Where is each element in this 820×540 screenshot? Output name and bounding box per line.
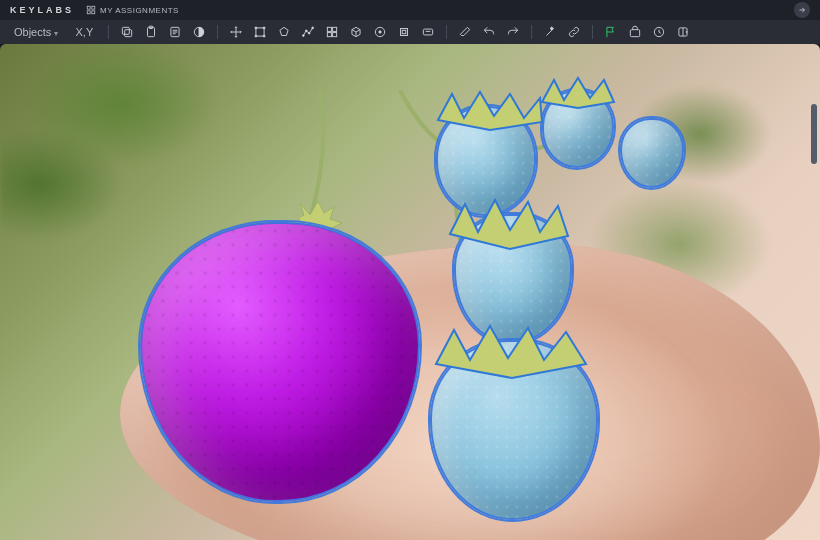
polyline-tool[interactable] (297, 22, 319, 42)
contrast-icon (192, 25, 206, 39)
approve-button[interactable] (624, 22, 646, 42)
toolbar-separator (217, 25, 218, 39)
svg-rect-2 (87, 11, 90, 14)
move-icon (229, 25, 243, 39)
redo-icon (506, 25, 520, 39)
classification-tool[interactable] (417, 22, 439, 42)
svg-point-14 (263, 35, 265, 37)
coordinates-readout: X,Y (68, 26, 102, 38)
svg-rect-26 (403, 30, 407, 34)
link-tool[interactable] (563, 22, 585, 42)
svg-rect-5 (123, 27, 130, 34)
segmentation-tool[interactable] (321, 22, 343, 42)
annotation-mask[interactable] (436, 106, 536, 216)
bbox-icon (253, 25, 267, 39)
copy-button[interactable] (116, 22, 138, 42)
cuboid-tool[interactable] (345, 22, 367, 42)
svg-point-17 (309, 32, 311, 34)
polygon-icon (277, 25, 291, 39)
bbox-tool[interactable] (249, 22, 271, 42)
toolbar-separator (108, 25, 109, 39)
arrow-icon (797, 5, 807, 15)
cuboid-icon (349, 25, 363, 39)
brand-logo: KEYLABS (10, 5, 74, 15)
svg-rect-21 (328, 33, 332, 37)
svg-point-12 (263, 27, 265, 29)
paste-button[interactable] (140, 22, 162, 42)
toolbar-separator (592, 25, 593, 39)
segmentation-icon (325, 25, 339, 39)
svg-rect-0 (87, 6, 90, 9)
svg-point-11 (255, 27, 257, 29)
undo-icon (482, 25, 496, 39)
svg-rect-28 (631, 30, 640, 37)
eraser-tool[interactable] (454, 22, 476, 42)
keypoint-icon (373, 25, 387, 39)
classification-icon (421, 25, 435, 39)
reject-button[interactable] (648, 22, 670, 42)
toolbar-separator (446, 25, 447, 39)
svg-rect-25 (401, 29, 408, 36)
reject-icon (652, 25, 666, 39)
link-icon (567, 25, 581, 39)
list-icon (168, 25, 182, 39)
toolbar: Objects X,Y (0, 20, 820, 44)
approve-icon (628, 25, 642, 39)
svg-rect-20 (333, 27, 337, 31)
svg-point-24 (379, 31, 381, 33)
grid-icon (86, 5, 96, 15)
objects-dropdown[interactable]: Objects (6, 26, 66, 38)
svg-rect-19 (328, 27, 332, 31)
flag-button[interactable] (600, 22, 622, 42)
app-header: KEYLABS MY ASSIGNMENTS (0, 0, 820, 20)
svg-point-13 (255, 35, 257, 37)
svg-rect-10 (256, 28, 264, 36)
header-left: KEYLABS MY ASSIGNMENTS (10, 5, 179, 15)
undo-button[interactable] (478, 22, 500, 42)
rotated-bbox-icon (397, 25, 411, 39)
svg-point-18 (312, 27, 314, 29)
flag-icon (604, 25, 618, 39)
svg-rect-22 (333, 33, 337, 37)
send-button[interactable] (672, 22, 694, 42)
paste-icon (144, 25, 158, 39)
svg-rect-3 (92, 11, 95, 14)
svg-rect-1 (92, 6, 95, 9)
move-tool[interactable] (225, 22, 247, 42)
eraser-icon (458, 25, 472, 39)
scrollbar-thumb[interactable] (811, 104, 817, 164)
send-icon (676, 25, 690, 39)
my-assignments-label: MY ASSIGNMENTS (100, 6, 179, 15)
copy-icon (120, 25, 134, 39)
my-assignments-link[interactable]: MY ASSIGNMENTS (86, 5, 179, 15)
rotated-bbox-tool[interactable] (393, 22, 415, 42)
svg-rect-27 (424, 29, 433, 35)
toolbar-separator (531, 25, 532, 39)
annotation-canvas[interactable] (0, 44, 820, 540)
polygon-tool[interactable] (273, 22, 295, 42)
magic-wand-tool[interactable] (539, 22, 561, 42)
list-button[interactable] (164, 22, 186, 42)
svg-rect-4 (125, 30, 132, 37)
svg-point-16 (306, 30, 308, 32)
help-button[interactable] (794, 2, 810, 18)
svg-point-15 (303, 35, 305, 37)
magic-wand-icon (543, 25, 557, 39)
polyline-icon (301, 25, 315, 39)
keypoint-tool[interactable] (369, 22, 391, 42)
contrast-button[interactable] (188, 22, 210, 42)
redo-button[interactable] (502, 22, 524, 42)
